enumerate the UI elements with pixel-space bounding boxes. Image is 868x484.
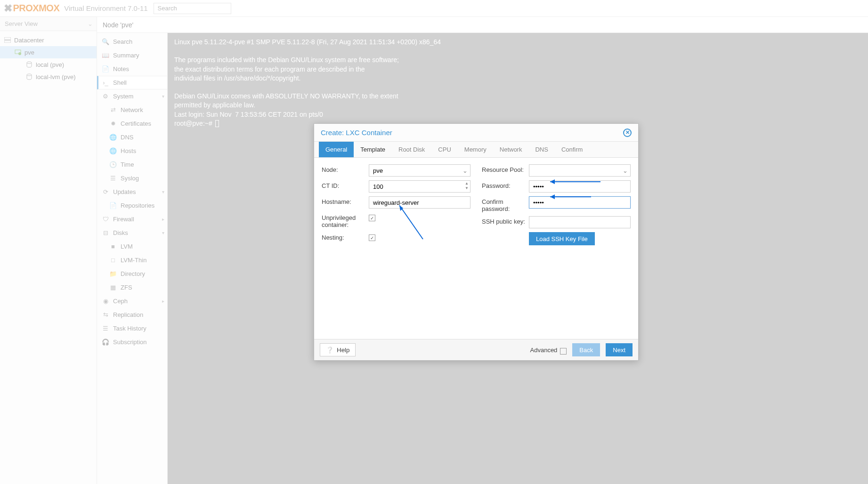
- nav-item-shell[interactable]: ›_Shell: [97, 76, 167, 89]
- nav-item-label: LVM: [121, 243, 133, 250]
- disk-icon: ⊟: [102, 229, 109, 236]
- password-input[interactable]: [529, 180, 631, 193]
- nav-item-lvm[interactable]: ■LVM: [97, 240, 167, 253]
- search-input[interactable]: [154, 3, 231, 14]
- nav-item-directory[interactable]: 📁Directory: [97, 267, 167, 281]
- confirm-password-label: Confirm password:: [482, 196, 529, 212]
- nav-item-label: Hosts: [121, 147, 136, 154]
- tree-item-pve[interactable]: pve: [0, 46, 97, 58]
- nav-item-dns[interactable]: 🌐DNS: [97, 130, 167, 144]
- close-button[interactable]: ✕: [623, 129, 632, 137]
- tree-item-datacenter[interactable]: Datacenter: [0, 34, 97, 46]
- nav-item-syslog[interactable]: ☰Syslog: [97, 171, 167, 185]
- tree-item-label: Datacenter: [14, 37, 44, 44]
- tab-template[interactable]: Template: [354, 142, 392, 157]
- tab-network[interactable]: Network: [493, 142, 529, 157]
- next-button[interactable]: Next: [606, 343, 633, 356]
- tab-confirm[interactable]: Confirm: [555, 142, 590, 157]
- view-selector[interactable]: Server View ⌄: [0, 17, 97, 31]
- version-label: Virtual Environment 7.0-11: [64, 4, 147, 12]
- view-selector-label: Server View: [5, 20, 38, 27]
- tree-item-label: local-lvm (pve): [36, 73, 76, 81]
- nav-item-label: Ceph: [113, 298, 128, 305]
- tab-cpu[interactable]: CPU: [431, 142, 457, 157]
- nav-item-certificates[interactable]: ✹Certificates: [97, 117, 167, 130]
- tree-item-local-lvm[interactable]: local-lvm (pve): [0, 71, 97, 83]
- nav-item-updates[interactable]: ⟳Updates▾: [97, 185, 167, 199]
- certificate-icon: ✹: [109, 120, 117, 127]
- help-button[interactable]: ❔ Help: [320, 343, 356, 356]
- chevron-down-icon: ▾: [162, 94, 164, 99]
- book-icon: 📖: [102, 52, 109, 59]
- modal-tabs: General Template Root Disk CPU Memory Ne…: [314, 142, 638, 158]
- nav-item-label: Network: [121, 106, 143, 113]
- chevron-down-icon[interactable]: ⌄: [460, 165, 470, 176]
- shield-icon: 🛡: [102, 216, 109, 223]
- nav-item-label: Subscription: [113, 339, 147, 346]
- advanced-checkbox[interactable]: [560, 348, 567, 355]
- back-button[interactable]: Back: [572, 343, 600, 356]
- chevron-down-icon[interactable]: ⌄: [620, 165, 630, 176]
- tab-dns[interactable]: DNS: [528, 142, 554, 157]
- note-icon: 📄: [102, 65, 109, 73]
- app-header: ✖ PROXMOX Virtual Environment 7.0-11: [0, 0, 868, 17]
- chevron-down-icon: ▾: [162, 189, 164, 194]
- resource-pool-label: Resource Pool:: [482, 164, 529, 173]
- advanced-toggle[interactable]: Advanced: [530, 346, 567, 355]
- advanced-label: Advanced: [530, 347, 558, 354]
- spinner-icon[interactable]: ▲▼: [465, 181, 469, 191]
- tree-item-label: local (pve): [36, 61, 64, 68]
- confirm-password-input[interactable]: [529, 196, 631, 209]
- nav-item-network[interactable]: ⇄Network: [97, 103, 167, 117]
- modal-header: Create: LXC Container ✕: [314, 124, 638, 142]
- grid-icon: ▦: [109, 284, 117, 291]
- load-ssh-button[interactable]: Load SSH Key File: [529, 232, 595, 245]
- svg-rect-1: [4, 40, 11, 43]
- create-lxc-modal: Create: LXC Container ✕ General Template…: [314, 123, 639, 361]
- nav-item-disks[interactable]: ⊟Disks▾: [97, 226, 167, 240]
- tree-item-local[interactable]: local (pve): [0, 58, 97, 71]
- ssh-key-input[interactable]: [529, 216, 631, 228]
- resource-pool-select[interactable]: [529, 164, 631, 177]
- tree-item-label: pve: [24, 49, 34, 56]
- nav-item-label: Notes: [113, 65, 129, 73]
- hostname-label: Hostname:: [322, 196, 369, 205]
- tab-memory[interactable]: Memory: [458, 142, 493, 157]
- replication-icon: ⇆: [102, 311, 109, 318]
- tab-root-disk[interactable]: Root Disk: [392, 142, 431, 157]
- refresh-icon: ⟳: [102, 188, 109, 195]
- nesting-checkbox[interactable]: ✓: [369, 234, 375, 241]
- nav-item-search[interactable]: 🔍Search: [97, 35, 167, 48]
- nav-item-repositories[interactable]: 📄Repositories: [97, 199, 167, 212]
- nav-item-label: DNS: [121, 134, 133, 141]
- clock-icon: 🕒: [109, 161, 117, 168]
- ct-id-input[interactable]: [369, 180, 471, 193]
- nav-item-task-history[interactable]: ☰Task History: [97, 322, 167, 335]
- node-select[interactable]: [369, 164, 471, 177]
- chevron-right-icon: ▸: [162, 217, 164, 222]
- tab-general[interactable]: General: [319, 142, 354, 157]
- nav-item-label: Disks: [113, 229, 128, 236]
- storage-icon: [25, 61, 33, 68]
- breadcrumb-text: Node 'pve': [103, 21, 133, 29]
- unprivileged-checkbox[interactable]: ✓: [369, 215, 375, 221]
- nav-item-firewall[interactable]: 🛡Firewall▸: [97, 212, 167, 226]
- nav-item-replication[interactable]: ⇆Replication: [97, 308, 167, 322]
- svg-point-5: [27, 74, 32, 76]
- nav-item-subscription[interactable]: 🎧Subscription: [97, 335, 167, 349]
- nav-item-ceph[interactable]: ◉Ceph▸: [97, 294, 167, 308]
- hostname-input[interactable]: [369, 196, 471, 209]
- support-icon: 🎧: [102, 339, 109, 346]
- nav-item-lvm-thin[interactable]: □LVM-Thin: [97, 253, 167, 267]
- storage-icon: [25, 73, 33, 81]
- nav-item-zfs[interactable]: ▦ZFS: [97, 281, 167, 294]
- nav-item-summary[interactable]: 📖Summary: [97, 48, 167, 62]
- nav-item-time[interactable]: 🕒Time: [97, 158, 167, 171]
- nav-item-hosts[interactable]: 🌐Hosts: [97, 144, 167, 158]
- nav-item-notes[interactable]: 📄Notes: [97, 62, 167, 76]
- nav-item-system[interactable]: ⚙System▾: [97, 89, 167, 103]
- gear-icon: ⚙: [102, 93, 109, 100]
- nav-item-label: Time: [121, 161, 134, 168]
- logo-icon: ✖: [4, 2, 12, 15]
- file-icon: 📄: [109, 202, 117, 209]
